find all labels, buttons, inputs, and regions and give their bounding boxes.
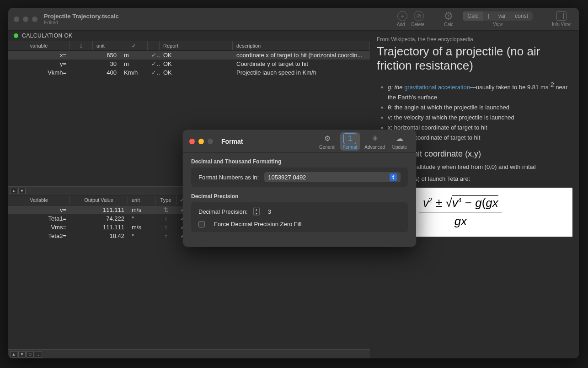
down-arrow-icon[interactable]: ▼ — [18, 188, 26, 194]
col-output-value[interactable]: Output Value — [70, 195, 128, 205]
tab-label: Advanced — [364, 145, 385, 150]
type-icon: ↑ — [155, 224, 176, 231]
cell-var: x= — [8, 52, 70, 59]
zero-fill-label: Force Decimal Precision Zero Fill — [214, 221, 301, 227]
text: v: the velocity at which the projectile … — [388, 114, 514, 121]
close-button[interactable] — [14, 16, 19, 22]
tab-update[interactable]: ☁ Update — [390, 132, 410, 151]
status-text: CALCULATION OK — [22, 32, 73, 39]
col-description[interactable]: description — [233, 41, 370, 50]
tab-label: Update — [392, 145, 407, 150]
cell-var: Vkmh= — [8, 69, 70, 76]
window-subtitle: Edited — [44, 20, 119, 25]
cloud-icon: ☁ — [393, 133, 406, 144]
cell-unit: m — [120, 60, 148, 67]
cell-desc: coordinate x of target to hit (horizonta… — [233, 52, 370, 59]
input-table-body: x= 650 m ✓ OK coordinate x of target to … — [8, 51, 370, 77]
calc-label: Calc — [444, 22, 453, 27]
section-label: Decimal Precision — [191, 193, 408, 200]
delete-icon[interactable]: ⊘ — [414, 11, 424, 21]
info-view-label: Info View — [552, 22, 571, 27]
info-view-icon[interactable] — [556, 11, 567, 21]
dialog-zoom-button[interactable] — [208, 139, 213, 144]
wiki-source: From Wikipedia, the free encyclopaedia — [377, 36, 572, 43]
chevron-down-icon[interactable]: ⌄ — [35, 351, 42, 357]
seg-integral[interactable]: ∫ — [483, 11, 493, 21]
table-row[interactable]: Vkmh= 400 Km/h ✓ OK Projectile lauch spe… — [8, 68, 370, 77]
add-icon[interactable]: + — [397, 11, 407, 21]
wiki-title: Trajectory of a projectile (no air frict… — [377, 44, 572, 73]
cell-var: Teta2= — [8, 233, 70, 239]
dialog-titlebar: Format ⚙ General 1 Format ⚛ Advanced ☁ U… — [183, 130, 416, 153]
table-row[interactable]: y= 30 m ✓ OK Coordinate y of target to h… — [8, 60, 370, 68]
input-table-header: variable ⭳ unit ✓ Report description — [8, 41, 370, 51]
cell-val: 18.42 — [70, 233, 128, 239]
traffic-lights — [14, 16, 37, 22]
cell-desc: Projectile lauch speed in Km/h — [233, 69, 370, 76]
smiley-icon[interactable]: ☺ — [27, 351, 34, 357]
up-arrow-icon[interactable]: ▲ — [10, 188, 17, 194]
text: —usually taken to be 9.81 ms — [470, 84, 548, 91]
precision-stepper[interactable]: ▴▾ — [253, 207, 260, 216]
text: g: the — [388, 84, 404, 91]
up-arrow-icon[interactable]: ▲ — [10, 351, 17, 357]
cell-val: 111.111 — [70, 224, 128, 231]
status-indicator — [14, 33, 18, 38]
col-output-variable[interactable]: Variable — [8, 195, 70, 205]
format-label: Format Numbers as in: — [198, 174, 259, 181]
cell-var: y= — [8, 60, 70, 67]
tab-format[interactable]: 1 Format — [340, 132, 360, 151]
section-label: Decimal and Thousand Formatting — [191, 158, 408, 165]
col-unit[interactable]: unit — [93, 41, 120, 50]
format-select[interactable]: 1053927.0492 ▴▾ — [264, 172, 401, 182]
col-output-type[interactable]: Type — [155, 195, 176, 205]
tab-label: Format — [343, 145, 358, 150]
table-row[interactable]: x= 650 m ✓ OK coordinate x of target to … — [8, 51, 370, 60]
tab-general[interactable]: ⚙ General — [316, 132, 338, 151]
check-icon: ✓ — [148, 52, 160, 59]
titlebar: Projectile Trajectory.tscalc Edited + ⊘ … — [8, 8, 579, 31]
window-title: Projectile Trajectory.tscalc — [44, 13, 119, 20]
format-section: Format Numbers as in: 1053927.0492 ▴▾ — [191, 168, 408, 187]
view-label: View — [493, 22, 503, 27]
cell-report: OK — [160, 60, 233, 67]
list-item: θ: the angle at which the projectile is … — [388, 103, 572, 113]
cell-unit: Km/h — [120, 69, 148, 76]
cell-val: 74.222 — [70, 215, 128, 222]
cell-val: 111.111 — [70, 206, 128, 213]
view-segment[interactable]: Calc ∫ var const — [463, 11, 533, 21]
delete-label: Delete — [411, 22, 424, 27]
dialog-minimize-button[interactable] — [198, 139, 204, 144]
cell-val: 30 — [70, 60, 120, 67]
gravitational-link[interactable]: gravitational acceleration — [404, 84, 470, 91]
format-dialog: Format ⚙ General 1 Format ⚛ Advanced ☁ U… — [183, 130, 416, 247]
seg-const[interactable]: const — [510, 11, 533, 21]
seg-var[interactable]: var — [494, 11, 511, 21]
dialog-close-button[interactable] — [189, 139, 195, 144]
text: θ: the angle at which the projectile is … — [388, 104, 509, 111]
zoom-button[interactable] — [32, 16, 37, 22]
col-report[interactable]: Report — [160, 41, 233, 50]
cell-report: OK — [160, 52, 233, 59]
gear-icon[interactable]: ⚙ — [444, 11, 454, 21]
precision-label: Decimal Precision: — [198, 208, 248, 215]
cell-report: OK — [160, 69, 233, 76]
format-icon: 1 — [343, 133, 356, 144]
cell-var: Vms= — [8, 224, 70, 231]
select-value: 1053927.0492 — [268, 174, 306, 181]
list-item: g: the gravitational acceleration—usuall… — [388, 79, 572, 103]
download-icon: ⭳ — [79, 43, 84, 49]
down-arrow-icon[interactable]: ▼ — [18, 351, 26, 357]
seg-calc[interactable]: Calc — [463, 11, 483, 21]
dialog-title: Format — [221, 138, 243, 145]
cell-desc: Coordinate y of target to hit — [233, 60, 370, 67]
tab-advanced[interactable]: ⚛ Advanced — [362, 132, 387, 151]
col-variable[interactable]: variable — [8, 41, 70, 50]
col-output-unit[interactable]: unit — [128, 195, 155, 205]
list-item: x: horizontal coordinate of target to hi… — [388, 123, 572, 133]
type-icon: ⇅ — [155, 206, 176, 213]
list-item: v: the velocity at which the projectile … — [388, 113, 572, 123]
zero-fill-checkbox[interactable] — [198, 221, 205, 227]
cell-val: 650 — [70, 52, 120, 59]
minimize-button[interactable] — [23, 16, 28, 22]
